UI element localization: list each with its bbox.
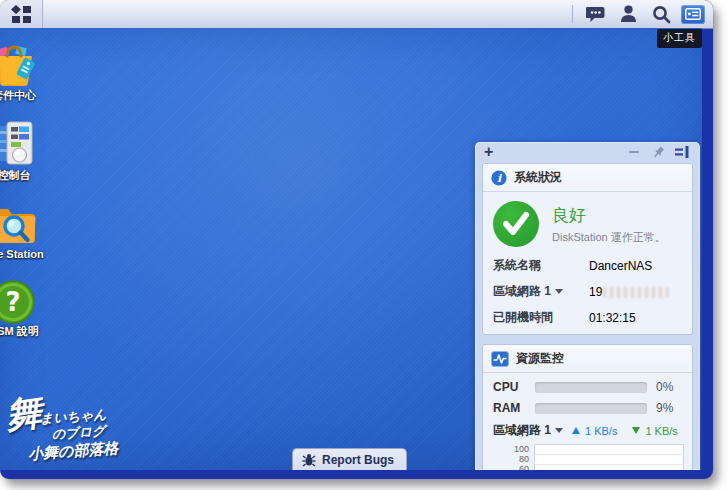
- resource-monitor-header[interactable]: 資源監控: [483, 345, 692, 373]
- health-status-text: 良好: [552, 204, 666, 227]
- main-menu-button[interactable]: [0, 0, 43, 28]
- widgets-icon: [685, 8, 701, 20]
- screenshot-photo: 小工具 套件中心: [0, 0, 728, 490]
- cpu-label: CPU: [493, 380, 535, 394]
- desktop-icon-label[interactable]: DSM 說明: [0, 324, 56, 339]
- minimize-icon: [629, 151, 639, 153]
- widgets-panel-header: +: [475, 142, 700, 160]
- download-speed: 1 KB/s: [645, 425, 677, 437]
- watermark-line3: 小舞の部落格: [27, 439, 118, 464]
- dsm-help-icon: ?: [0, 279, 38, 325]
- uptime-value: 01:32:15: [589, 311, 636, 325]
- desktop-icon-file-station[interactable]: [0, 204, 38, 250]
- desktop-icon-dsm-help[interactable]: ?: [0, 279, 38, 329]
- network-dropdown[interactable]: 區域網路 1: [493, 422, 563, 439]
- ram-bar: [535, 403, 647, 414]
- dock-panel-button[interactable]: [673, 144, 691, 160]
- widgets-button[interactable]: [681, 5, 705, 24]
- desktop: 套件中心 控制台: [0, 28, 702, 470]
- lan-dropdown[interactable]: 區域網路 1: [493, 283, 589, 300]
- check-circle-icon: [493, 201, 539, 247]
- user-icon: [620, 5, 637, 23]
- blurred-ip-block: [603, 287, 669, 298]
- cpu-row: CPU 0%: [483, 373, 692, 397]
- resource-monitor-widget: 資源監控 CPU 0% RAM 9% 區域網路 1: [482, 344, 693, 470]
- minimize-widget-button[interactable]: [625, 144, 643, 160]
- report-bugs-button[interactable]: Report Bugs: [292, 448, 407, 470]
- resource-monitor-title: 資源監控: [516, 350, 564, 367]
- desktop-icon-control-panel[interactable]: [0, 121, 38, 169]
- info-icon: i: [491, 170, 507, 186]
- file-station-folder-icon: [0, 204, 38, 246]
- network-usage-chart: 100 80 60 40 20 0: [483, 441, 692, 470]
- svg-text:?: ?: [5, 287, 20, 317]
- control-panel-icon: [0, 121, 38, 165]
- dsm-desktop-screen: 小工具 套件中心: [0, 0, 713, 479]
- network-row: 區域網路 1 1 KB/s 1 KB/s: [483, 418, 692, 441]
- ram-label: RAM: [493, 401, 535, 415]
- desktop-icon-package-center[interactable]: [0, 44, 38, 92]
- desktop-icon-label[interactable]: File Station: [0, 248, 56, 260]
- dock-right-icon: [675, 146, 689, 158]
- uptime-label: 已開機時間: [493, 309, 589, 326]
- report-bugs-label: Report Bugs: [322, 453, 394, 467]
- system-status-widget: i 系統狀況 良好 DiskStation 運作正常。: [482, 163, 693, 335]
- ram-percent: 9%: [656, 401, 682, 415]
- bug-icon: [302, 453, 316, 467]
- cpu-percent: 0%: [656, 380, 682, 394]
- top-taskbar: [0, 0, 713, 29]
- widgets-panel: +: [475, 142, 700, 470]
- pin-widget-button[interactable]: [649, 144, 667, 160]
- watermark-dance-character: 舞: [3, 388, 45, 442]
- search-icon: [652, 5, 671, 24]
- system-status-header[interactable]: i 系統狀況: [483, 164, 692, 192]
- add-widget-button[interactable]: +: [484, 144, 493, 160]
- download-arrow-icon: [632, 427, 640, 434]
- desktop-icon-label[interactable]: 控制台: [0, 168, 56, 183]
- upload-speed: 1 KB/s: [585, 425, 617, 437]
- user-account-button[interactable]: [615, 3, 641, 25]
- pulse-icon: [491, 351, 509, 367]
- chart-y-axis-ticks: 100 80 60 40 20 0: [483, 444, 534, 470]
- desktop-icon-label[interactable]: 套件中心: [0, 88, 56, 103]
- lan-row: 區域網路 1 19: [483, 279, 692, 305]
- health-summary: 良好 DiskStation 運作正常。: [483, 192, 692, 253]
- watermark-line2: のブログ: [51, 422, 105, 444]
- health-status-detail: DiskStation 運作正常。: [552, 230, 666, 245]
- chevron-down-icon: [555, 428, 563, 433]
- uptime-row: 已開機時間 01:32:15: [483, 305, 692, 334]
- blog-watermark: 舞 まいちゃん のブログ 小舞の部落格: [4, 390, 154, 470]
- taskbar-separator: [572, 5, 573, 23]
- package-center-bag-icon: [0, 44, 38, 88]
- widgets-tooltip: 小工具: [657, 29, 702, 48]
- main-menu-icon: [11, 5, 32, 24]
- system-status-title: 系統狀況: [514, 169, 562, 186]
- ram-row: RAM 9%: [483, 397, 692, 418]
- system-name-label: 系統名稱: [493, 257, 589, 274]
- system-name-row: 系統名稱 DancerNAS: [483, 253, 692, 279]
- chat-bubble-icon: [586, 6, 605, 23]
- lan-ip-value: 19: [589, 285, 669, 299]
- notifications-button[interactable]: [582, 3, 608, 25]
- system-name-value: DancerNAS: [589, 259, 652, 273]
- upload-arrow-icon: [572, 427, 580, 434]
- pin-icon: [652, 146, 665, 159]
- search-button[interactable]: [648, 3, 674, 25]
- chart-plot-area: [534, 444, 684, 470]
- cpu-bar: [535, 382, 647, 393]
- chevron-down-icon: [555, 289, 563, 294]
- watermark-line1: まいちゃん: [39, 406, 107, 429]
